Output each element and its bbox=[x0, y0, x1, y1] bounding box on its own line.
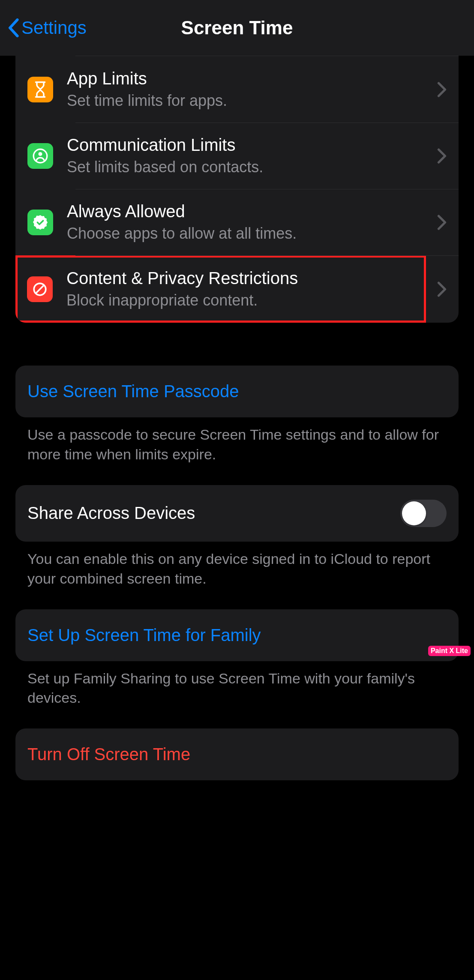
setup-family-button[interactable]: Set Up Screen Time for Family bbox=[15, 609, 459, 661]
chevron-right-icon bbox=[437, 148, 447, 164]
action-label: Set Up Screen Time for Family bbox=[27, 626, 261, 644]
chevron-left-icon bbox=[8, 18, 19, 37]
svg-point-1 bbox=[39, 152, 42, 156]
row-always-allowed[interactable]: Always Allowed Choose apps to allow at a… bbox=[15, 189, 459, 255]
back-label: Settings bbox=[21, 18, 87, 38]
family-footer: Set up Family Sharing to use Screen Time… bbox=[15, 661, 459, 708]
chevron-right-icon bbox=[437, 282, 447, 297]
passcode-footer: Use a passcode to secure Screen Time set… bbox=[15, 417, 459, 465]
row-text: Content & Privacy Restrictions Block ina… bbox=[66, 269, 414, 309]
highlight-box: Content & Privacy Restrictions Block ina… bbox=[15, 255, 426, 323]
row-app-limits[interactable]: App Limits Set time limits for apps. bbox=[15, 56, 459, 123]
hourglass-icon bbox=[27, 77, 53, 102]
row-subtitle: Set time limits for apps. bbox=[67, 92, 432, 110]
row-communication-limits[interactable]: Communication Limits Set limits based on… bbox=[15, 123, 459, 189]
turn-off-button[interactable]: Turn Off Screen Time bbox=[15, 728, 459, 780]
row-text: Always Allowed Choose apps to allow at a… bbox=[67, 202, 432, 243]
share-toggle[interactable] bbox=[400, 500, 447, 527]
row-text: Communication Limits Set limits based on… bbox=[67, 135, 432, 176]
watermark-badge: Paint X Lite bbox=[428, 646, 471, 656]
person-circle-icon bbox=[27, 143, 53, 169]
svg-point-0 bbox=[33, 149, 47, 163]
switch-knob bbox=[402, 501, 426, 525]
row-text: App Limits Set time limits for apps. bbox=[67, 69, 432, 110]
settings-group: App Limits Set time limits for apps. Com… bbox=[15, 56, 459, 323]
navbar: Settings Screen Time bbox=[0, 0, 474, 56]
row-subtitle: Set limits based on contacts. bbox=[67, 158, 432, 176]
chevron-right-icon bbox=[437, 215, 447, 230]
svg-line-3 bbox=[36, 285, 44, 293]
no-entry-icon bbox=[27, 276, 53, 302]
seal-check-icon bbox=[27, 210, 53, 235]
page-title: Screen Time bbox=[181, 17, 293, 39]
back-button[interactable]: Settings bbox=[8, 18, 87, 38]
use-passcode-button[interactable]: Use Screen Time Passcode bbox=[15, 366, 459, 417]
row-title: App Limits bbox=[67, 69, 432, 88]
row-subtitle: Choose apps to allow at all times. bbox=[67, 225, 432, 243]
row-title: Always Allowed bbox=[67, 202, 432, 221]
row-subtitle: Block inappropriate content. bbox=[66, 291, 414, 309]
share-footer: You can enable this on any device signed… bbox=[15, 542, 459, 589]
action-label: Use Screen Time Passcode bbox=[27, 382, 239, 401]
row-content-privacy[interactable]: Content & Privacy Restrictions Block ina… bbox=[15, 255, 459, 323]
toggle-label: Share Across Devices bbox=[27, 503, 195, 523]
action-label: Turn Off Screen Time bbox=[27, 745, 190, 764]
row-share-across-devices: Share Across Devices bbox=[15, 485, 459, 542]
row-title: Content & Privacy Restrictions bbox=[66, 269, 414, 288]
row-title: Communication Limits bbox=[67, 135, 432, 155]
chevron-right-icon bbox=[437, 82, 447, 97]
